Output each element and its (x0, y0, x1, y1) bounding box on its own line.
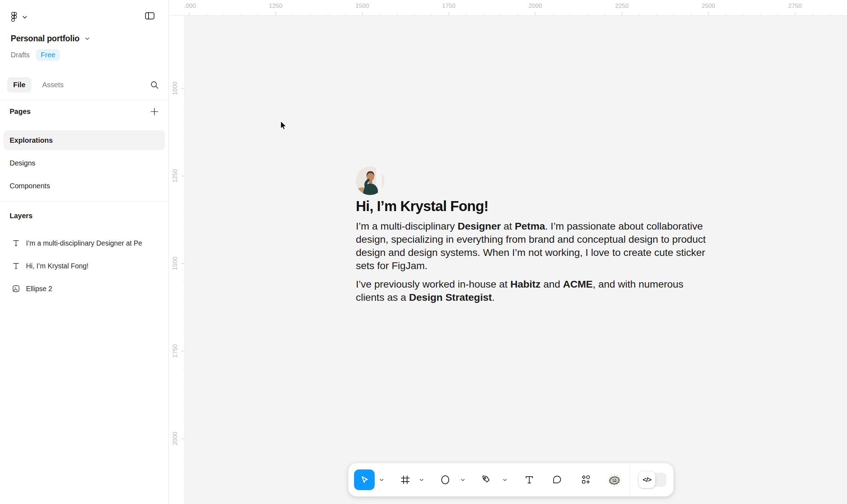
pen-icon (481, 474, 492, 485)
ruler-minor-tick (183, 404, 185, 404)
shape-tool-button[interactable] (437, 469, 453, 490)
ruler-minor-tick (778, 14, 778, 15)
ruler-minor-tick (241, 14, 241, 15)
ruler-tick (181, 88, 185, 89)
ruler-left-label: 2000 (172, 432, 179, 445)
ruler-minor-tick (345, 14, 345, 15)
avatar-photo (356, 167, 384, 195)
ruler-minor-tick (656, 14, 657, 15)
ruler-top-label: 2000 (529, 2, 542, 10)
ruler-tick (181, 351, 185, 351)
avatar[interactable] (356, 167, 384, 195)
plan-badge[interactable]: Free (36, 49, 60, 61)
figma-logo-icon[interactable] (11, 12, 18, 22)
ruler-left-label: 1500 (172, 257, 179, 270)
layer-row-text-2[interactable]: Hi, I’m Krystal Fong! (0, 254, 168, 277)
ruler-minor-tick (183, 246, 185, 246)
ruler-top-label: 2250 (615, 2, 629, 10)
breadcrumb[interactable]: Drafts (11, 51, 30, 59)
actions-icon (581, 474, 591, 485)
hero-paragraph-2[interactable]: I’ve previously worked in-house at Habit… (356, 278, 708, 304)
pages-heading: Pages (10, 107, 31, 116)
ruler-minor-tick (587, 14, 588, 15)
text-tool-button[interactable] (521, 469, 537, 490)
layers-heading: Layers (10, 212, 33, 220)
dev-mode-toggle[interactable]: </> (639, 471, 655, 488)
ruler-minor-tick (183, 123, 185, 124)
ruler-left-label: 1250 (172, 169, 179, 183)
file-title-row[interactable]: Personal portfolio (11, 34, 168, 43)
actions-tool-button[interactable] (578, 469, 594, 490)
page-title: Personal portfolio (11, 34, 79, 43)
page-item-designs[interactable]: Designs (0, 152, 168, 174)
ruler-minor-tick (183, 456, 185, 456)
hero-heading[interactable]: Hi, I’m Krystal Fong! (356, 198, 708, 214)
page-item-components[interactable]: Components (0, 174, 168, 197)
layers-section: Layers I’m a multi-disciplinary Designer… (0, 202, 168, 300)
layer-row-text-1[interactable]: I’m a multi-disciplinary Designer at Pe (0, 232, 168, 254)
ruler-minor-tick (183, 334, 185, 334)
ruler-top-label: 1250 (269, 2, 282, 10)
ruler-tick (181, 439, 185, 439)
ruler-left: 10001250150017502000 (169, 16, 185, 504)
frame-tool-button[interactable] (397, 469, 413, 490)
ruler-left-label: 1750 (172, 344, 179, 358)
comment-tool-button[interactable] (549, 469, 565, 490)
move-tool-chevron[interactable] (377, 469, 386, 490)
ruler-minor-tick (293, 14, 293, 15)
ruler-minor-tick (258, 14, 259, 15)
ruler-minor-tick (380, 14, 380, 15)
profile-content[interactable]: Hi, I’m Krystal Fong! I’m a multi-discip… (356, 167, 708, 304)
code-icon: </> (643, 476, 651, 484)
shape-tool-chevron[interactable] (458, 469, 467, 490)
tab-file[interactable]: File (7, 77, 31, 93)
ruler-minor-tick (760, 14, 761, 15)
tab-assets[interactable]: Assets (42, 81, 63, 89)
pen-tool-button[interactable] (479, 469, 494, 490)
ruler-tick (362, 12, 363, 15)
add-page-icon[interactable] (150, 107, 159, 116)
ruler-minor-tick (183, 316, 185, 316)
comment-bubble-icon (551, 474, 562, 485)
design-frame[interactable]: Hi, I’m Krystal Fong! I’m a multi-discip… (185, 15, 847, 504)
chevron-down-icon[interactable] (22, 16, 27, 19)
ruler-minor-tick (183, 298, 185, 299)
canvas-viewport[interactable]: Hi, I’m Krystal Fong! I’m a multi-discip… (169, 0, 847, 504)
ruler-minor-tick (207, 14, 207, 15)
ruler-minor-tick (183, 141, 185, 141)
ruler-minor-tick (483, 14, 484, 15)
ruler-top-label: 1750 (442, 2, 456, 10)
ruler-minor-tick (414, 14, 415, 15)
ruler-top-label: 1500 (355, 2, 369, 10)
search-icon[interactable] (150, 80, 159, 90)
sidebar: Personal portfolio Drafts Free File Asse… (0, 0, 169, 504)
ruler-minor-tick (604, 14, 605, 15)
toolbar: </> (348, 463, 674, 497)
ruler-minor-tick (183, 491, 185, 492)
mascot-sticker-button[interactable] (607, 469, 622, 490)
ruler-minor-tick (431, 14, 432, 15)
ruler-minor-tick (328, 14, 328, 15)
page-item-explorations[interactable]: Explorations (0, 129, 168, 152)
frame-tool-chevron[interactable] (417, 469, 426, 490)
ruler-tick (795, 12, 795, 15)
ruler-minor-tick (183, 421, 185, 421)
layer-row-image[interactable]: Ellipse 2 (0, 277, 168, 300)
text-icon (524, 474, 535, 485)
ruler-minor-tick (183, 229, 185, 229)
move-tool-button[interactable] (354, 469, 375, 490)
ruler-minor-tick (518, 14, 518, 15)
chevron-down-icon[interactable] (85, 37, 89, 40)
panel-toggle-icon[interactable] (145, 12, 155, 20)
ruler-top-label: 2500 (702, 2, 715, 10)
ruler-minor-tick (639, 14, 640, 15)
ruler-tick (181, 176, 185, 176)
ruler-minor-tick (183, 281, 185, 281)
pen-tool-chevron[interactable] (500, 469, 509, 490)
ruler-minor-tick (674, 14, 674, 15)
ruler-minor-tick (183, 158, 185, 159)
hero-paragraph-1[interactable]: I’m a multi-disciplinary Designer at Pet… (356, 220, 708, 272)
ruler-minor-tick (183, 211, 185, 211)
mascot-sticker-icon (607, 471, 622, 488)
sidebar-tabs: File Assets (0, 70, 168, 100)
